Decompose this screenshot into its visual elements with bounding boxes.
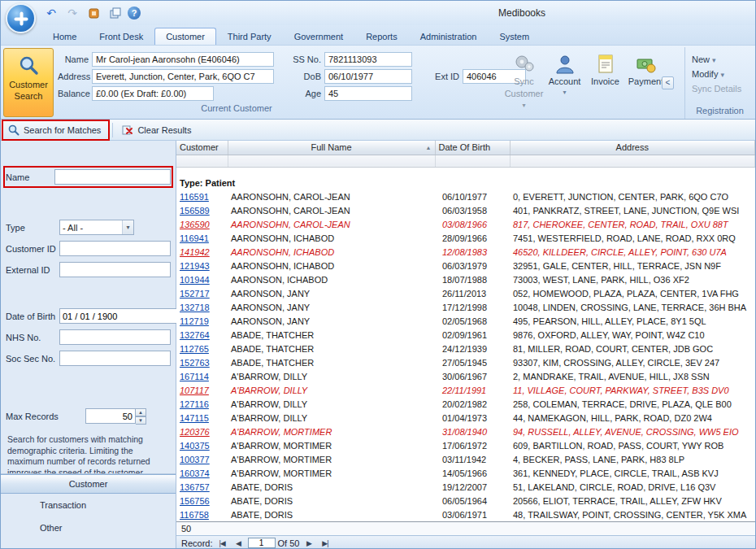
- stamp-icon[interactable]: [85, 5, 102, 21]
- table-row[interactable]: 116591 AARONSOHN, CAROL-JEAN 06/10/1977 …: [176, 190, 755, 203]
- type-dropdown[interactable]: - All - ▾: [59, 220, 134, 235]
- customer-id-link[interactable]: 141942: [180, 247, 210, 257]
- external-id-input[interactable]: [59, 262, 171, 277]
- customer-id-link[interactable]: 140375: [180, 441, 210, 451]
- customer-id-link[interactable]: 112719: [180, 316, 209, 326]
- table-row[interactable]: 112765 ABADE, THATCHER 24/12/1939 81, MI…: [176, 342, 755, 355]
- table-row[interactable]: 156589 AARONSOHN, CAROL-JEAN 06/03/1958 …: [176, 203, 755, 217]
- record-number-input[interactable]: [248, 538, 276, 548]
- customer-id-link[interactable]: 100377: [180, 455, 210, 464]
- max-records-input[interactable]: [85, 408, 136, 424]
- column-header-customer[interactable]: Customer: [176, 141, 228, 155]
- table-row[interactable]: 136590 AARONSOHN, CAROL-JEAN 03/08/1966 …: [176, 217, 755, 231]
- table-row[interactable]: 101944 AARONSON, ICHABOD 18/07/1988 7300…: [176, 272, 755, 286]
- next-record-icon[interactable]: ▶: [302, 539, 315, 547]
- table-row[interactable]: 136757 ABATE, DORIS 19/12/2007 51, LAKEL…: [176, 480, 755, 494]
- tab-home[interactable]: Home: [41, 28, 88, 45]
- table-row[interactable]: 107117 A'BARROW, DILLY 22/11/1991 11, VI…: [176, 383, 755, 397]
- tab-customer[interactable]: Customer: [154, 28, 216, 45]
- customer-id-link[interactable]: 156756: [180, 496, 210, 506]
- payment-button[interactable]: Payment: [627, 49, 665, 114]
- table-row[interactable]: 160374 A'BARROW, MORTIMER 14/05/1966 361…: [176, 466, 755, 480]
- invoice-icon: [596, 54, 615, 75]
- nav-transaction[interactable]: Transaction: [1, 494, 176, 516]
- sync-customer-button[interactable]: Sync Customer ▾: [505, 49, 543, 114]
- customer-id-link[interactable]: 121943: [180, 261, 210, 271]
- new-button[interactable]: New ▾: [685, 52, 754, 67]
- table-row[interactable]: 132764 ABADE, THATCHER 02/09/1961 9876, …: [176, 328, 755, 342]
- customer-id-link[interactable]: 101944: [180, 275, 210, 285]
- customer-id-link[interactable]: 120376: [180, 427, 210, 437]
- clear-results-button[interactable]: Clear Results: [118, 122, 198, 138]
- table-row[interactable]: 116758 ABATE, DORIS 03/06/1971 48, TRAIL…: [176, 508, 755, 521]
- table-row[interactable]: 132718 AARONSON, JANY 17/12/1998 10048, …: [176, 300, 755, 314]
- soc-sec-input[interactable]: [59, 351, 171, 366]
- first-record-icon[interactable]: |◀: [215, 539, 229, 547]
- invoice-button[interactable]: Invoice: [586, 49, 624, 114]
- customer-id-link[interactable]: 132718: [180, 303, 210, 312]
- dob-input[interactable]: [59, 308, 181, 324]
- customer-id-link[interactable]: 152763: [180, 358, 210, 368]
- customer-id-link[interactable]: 136590: [180, 220, 210, 229]
- table-row[interactable]: 156756 ABATE, DORIS 06/05/1964 20566, EL…: [176, 494, 755, 508]
- nav-other[interactable]: Other: [1, 516, 176, 539]
- customer-id-link[interactable]: 107117: [180, 386, 209, 395]
- search-for-matches-button[interactable]: Search for Matches: [4, 122, 107, 138]
- customer-id-link[interactable]: 167114: [180, 372, 209, 381]
- help-icon[interactable]: ?: [128, 7, 141, 20]
- nhs-input[interactable]: [59, 329, 171, 345]
- tab-system[interactable]: System: [488, 28, 541, 45]
- customer-id-link[interactable]: 116941: [180, 233, 209, 243]
- table-row[interactable]: 141942 AARONSOHN, ICHABOD 12/08/1983 465…: [176, 245, 755, 259]
- table-row[interactable]: 140375 A'BARROW, MORTIMER 17/06/1972 609…: [176, 438, 755, 452]
- tab-front-desk[interactable]: Front Desk: [88, 28, 154, 45]
- ribbon-collapse-button[interactable]: <: [662, 76, 674, 89]
- copy-icon[interactable]: [106, 5, 123, 21]
- dob-cell: 06/05/1964: [435, 494, 510, 508]
- spin-down-icon[interactable]: ▼: [136, 416, 146, 425]
- table-row[interactable]: 127116 A'BARROW, DILLY 20/02/1982 258, C…: [176, 397, 755, 411]
- table-row[interactable]: 167114 A'BARROW, DILLY 30/06/1967 2, MAN…: [176, 369, 755, 383]
- last-record-icon[interactable]: ▶|: [318, 539, 332, 547]
- sync-details-button[interactable]: Sync Details: [685, 81, 754, 96]
- customer-id-link[interactable]: 132764: [180, 330, 210, 340]
- customer-id-link[interactable]: 116591: [180, 192, 209, 202]
- customer-id-link[interactable]: 152717: [180, 289, 210, 298]
- table-row[interactable]: 147115 A'BARROW, DILLY 01/04/1973 44, NA…: [176, 411, 755, 425]
- table-row[interactable]: 100377 A'BARROW, MORTIMER 03/11/1942 4, …: [176, 452, 755, 466]
- name-input[interactable]: [54, 169, 171, 185]
- tab-third-party[interactable]: Third Party: [216, 28, 283, 45]
- prev-record-icon[interactable]: ◀: [232, 539, 245, 547]
- customer-id-link[interactable]: 127116: [180, 399, 209, 409]
- table-row[interactable]: 152763 ABADE, THATCHER 27/05/1945 93307,…: [176, 355, 755, 369]
- nav-customer[interactable]: Customer: [1, 474, 176, 494]
- type-field-row: Type - All - ▾: [6, 219, 171, 236]
- customer-id-link[interactable]: 147115: [180, 413, 209, 423]
- spin-up-icon[interactable]: ▲: [136, 408, 146, 416]
- modify-button[interactable]: Modify ▾: [685, 67, 754, 81]
- column-header-dob[interactable]: Date Of Birth: [435, 141, 510, 155]
- customer-id-input[interactable]: [59, 241, 171, 256]
- column-header-full-name[interactable]: Full Name▲: [228, 141, 435, 155]
- table-row[interactable]: 121943 AARONSOHN, ICHABOD 06/03/1979 329…: [176, 259, 755, 272]
- customer-id-link[interactable]: 136757: [180, 482, 210, 492]
- table-row[interactable]: 116941 AARONSOHN, ICHABOD 28/09/1966 745…: [176, 231, 755, 245]
- filter-row[interactable]: [176, 155, 755, 167]
- app-menu-orb[interactable]: [6, 3, 36, 33]
- redo-icon[interactable]: ↷: [64, 5, 80, 21]
- customer-search-button[interactable]: Customer Search: [3, 48, 54, 117]
- tab-government[interactable]: Government: [283, 28, 355, 45]
- table-row[interactable]: 112719 AARONSON, JANY 02/05/1968 495, PE…: [176, 314, 755, 328]
- customer-id-link[interactable]: 112765: [180, 344, 209, 354]
- customer-id-link[interactable]: 160374: [180, 468, 210, 478]
- tab-reports[interactable]: Reports: [354, 28, 409, 45]
- column-header-address[interactable]: Address: [510, 141, 755, 155]
- account-button[interactable]: Account ▾: [545, 49, 584, 114]
- table-row[interactable]: 120376 A'BARROW, MORTIMER 31/08/1940 94,…: [176, 425, 755, 438]
- chevron-down-icon[interactable]: ▾: [122, 220, 133, 234]
- customer-id-link[interactable]: 156589: [180, 206, 210, 216]
- customer-id-link[interactable]: 116758: [180, 510, 209, 520]
- table-row[interactable]: 152717 AARONSON, JANY 26/11/2013 052, HO…: [176, 286, 755, 300]
- tab-administration[interactable]: Administration: [409, 28, 489, 45]
- undo-icon[interactable]: ↶: [43, 5, 59, 21]
